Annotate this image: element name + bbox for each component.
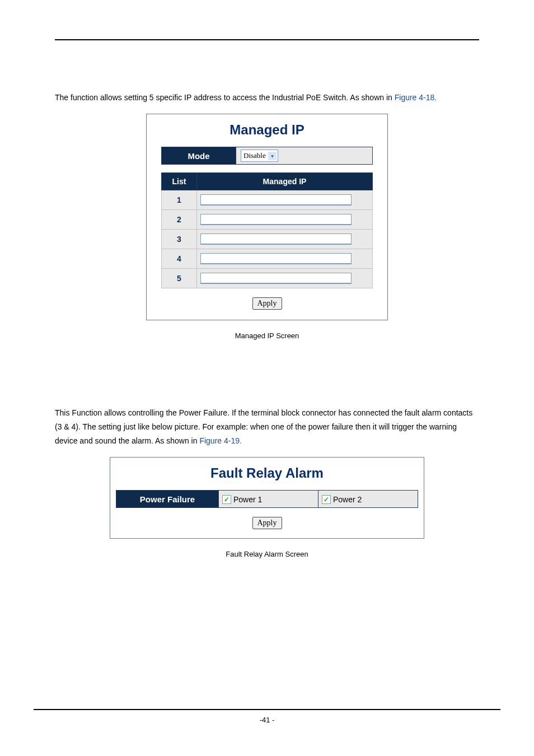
list-index: 3 [162, 230, 197, 249]
fault-relay-alarm-title: Fault Relay Alarm [110, 465, 424, 481]
list-index: 2 [162, 210, 197, 230]
intro1-text: The function allows setting 5 specific I… [55, 93, 395, 102]
power1-checkbox[interactable]: ✓ Power 1 [222, 495, 262, 504]
intro-paragraph-1: The function allows setting 5 specific I… [55, 91, 479, 105]
mode-row: Mode Disable ▾ [161, 147, 373, 165]
list-index: 4 [162, 249, 197, 269]
power2-cell: ✓ Power 2 [318, 491, 418, 508]
caption-fault-relay: Fault Relay Alarm Screen [55, 550, 479, 558]
fault-relay-table: Power Failure ✓ Power 1 ✓ Power 2 [116, 490, 418, 508]
table-row: 1 [162, 190, 373, 210]
ip-input-3[interactable] [200, 234, 352, 245]
mode-value-cell: Disable ▾ [236, 147, 373, 165]
power1-label: Power 1 [233, 495, 262, 504]
ip-input-4[interactable] [200, 253, 352, 264]
caption-managed-ip: Managed IP Screen [55, 332, 479, 340]
managed-ip-table: List Managed IP 1 2 3 4 5 [161, 172, 373, 288]
ip-input-1[interactable] [200, 194, 352, 206]
mode-select[interactable]: Disable ▾ [241, 150, 278, 162]
list-index: 1 [162, 190, 197, 210]
intro-paragraph-2: This Function allows controlling the Pow… [55, 406, 479, 448]
checkbox-checked-icon: ✓ [322, 495, 331, 504]
table-row: 3 [162, 230, 373, 249]
list-index: 5 [162, 269, 197, 288]
managed-ip-header: Managed IP [197, 173, 373, 190]
power1-cell: ✓ Power 1 [219, 491, 318, 508]
ip-input-5[interactable] [200, 273, 352, 284]
table-row: 2 [162, 210, 373, 230]
table-row: 4 [162, 249, 373, 269]
mode-label: Mode [162, 147, 236, 165]
power2-checkbox[interactable]: ✓ Power 2 [322, 495, 362, 504]
list-header: List [162, 173, 197, 190]
apply-button[interactable]: Apply [252, 297, 282, 310]
power2-label: Power 2 [333, 495, 362, 504]
table-row: 5 [162, 269, 373, 288]
mode-select-value: Disable [243, 151, 266, 160]
apply-button[interactable]: Apply [252, 517, 282, 529]
page-footer: -41 - [0, 709, 534, 725]
figure-4-18-link[interactable]: Figure 4-18. [395, 93, 437, 102]
fault-relay-alarm-panel: Fault Relay Alarm Power Failure ✓ Power … [110, 457, 424, 539]
intro2-text: This Function allows controlling the Pow… [55, 408, 472, 445]
ip-input-2[interactable] [200, 214, 352, 225]
power-failure-label: Power Failure [116, 491, 219, 508]
footer-rule [34, 709, 500, 710]
checkbox-checked-icon: ✓ [222, 495, 231, 504]
managed-ip-panel: Managed IP Mode Disable ▾ List Managed I… [146, 114, 388, 320]
figure-4-19-link[interactable]: Figure 4-19. [199, 436, 241, 445]
top-rule [55, 39, 479, 40]
chevron-down-icon: ▾ [268, 152, 277, 160]
page-number: -41 - [260, 716, 275, 724]
managed-ip-title: Managed IP [147, 122, 387, 138]
